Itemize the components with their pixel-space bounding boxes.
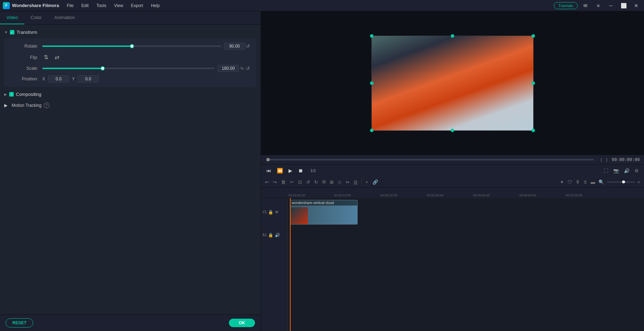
playback-controls: ⏮ ⏪ ▶ ⏹ 1/2 ⛶ 📷 🔊 ⚙ [261,164,644,177]
app-title: Wondershare Filmora [12,3,59,8]
redo-tool[interactable]: ↪ [272,178,278,186]
tab-color[interactable]: Color [24,11,48,24]
scale-slider[interactable] [42,68,215,69]
undo-tool[interactable]: ↩ [264,178,270,186]
stop-button[interactable]: ⏹ [297,167,304,174]
rotate-reset-button[interactable]: ↺ [245,43,251,50]
transform-title: Transform [17,30,37,35]
zoom-slider[interactable] [607,182,635,183]
titlebar-right: Tutorials ✉ ≡ ─ ⬜ ✕ [554,1,641,11]
scale-input[interactable]: 160.00 [218,65,239,72]
rewind-button[interactable]: ⏮ [265,167,272,174]
minimize-button[interactable]: ─ [606,1,616,11]
progress-indicator [266,158,270,161]
scale-reset-button[interactable]: ↺ [245,65,251,72]
reset-button[interactable]: RESET [6,318,33,327]
video-clip[interactable]: wondershare-vertical cloud [290,200,358,225]
cut-tool[interactable]: ✂ [289,178,295,186]
rotate-left-tool[interactable]: ↺ [305,178,311,186]
handle-mid-left[interactable] [370,81,373,85]
shield-icon[interactable]: 🛡 [566,178,573,186]
rotate-input[interactable]: 90.00 [224,43,245,50]
play-button[interactable]: ▶ [287,167,293,174]
menu-help[interactable]: Help [147,2,163,10]
ruler-mark-1: 00:00:10:00 [334,194,351,197]
flip-horizontal-button[interactable]: ⇅ [42,53,50,61]
pos-y-input[interactable]: 0.0 [78,75,99,82]
audio-track-lock[interactable]: 🔒 [268,233,273,238]
handle-mid-right[interactable] [531,81,535,85]
transition-icon[interactable]: ⧖ [583,178,588,186]
expand-tool[interactable]: ⊞ [329,178,335,186]
crop-tool[interactable]: ⊡ [297,178,303,186]
fit-tool[interactable]: ⧉ [321,178,327,186]
menu-bar: File Edit Tools View Export Help [63,2,163,10]
menu-export[interactable]: Export [127,2,147,10]
compositing-collapse-arrow: ▶ [4,92,7,96]
link-tool[interactable]: 🔗 [371,178,379,186]
tab-video[interactable]: Video [0,11,24,24]
video-track-controls: V1 🔒 👁 [261,198,287,226]
flip-vertical-button[interactable]: ⇄ [53,53,61,61]
add-track-button[interactable]: + [364,178,369,186]
video-track-visibility[interactable]: 👁 [275,210,279,215]
rotate-slider[interactable] [42,45,221,47]
menu-file[interactable]: File [63,2,77,10]
align-tool[interactable]: ⇔ [345,178,351,186]
prev-frame-button[interactable]: ⏪ [276,167,284,174]
menu-tools[interactable]: Tools [93,2,110,10]
handle-bottom-mid[interactable] [451,129,454,132]
zoom-effects-icon[interactable]: ✦ [559,178,565,186]
audio-icon[interactable]: 🔊 [623,167,631,174]
caption-icon[interactable]: ▬ [589,178,596,186]
diamond-tool[interactable]: ◇ [337,178,342,186]
mic-icon[interactable]: 🎙 [575,178,581,186]
rotate-right-tool[interactable]: ↻ [313,178,319,186]
audio-track-visibility[interactable]: 🔊 [275,233,280,238]
motion-tracking-section-header[interactable]: ▶ Motion Tracking ? [0,100,261,110]
handle-bottom-left[interactable] [370,129,373,132]
restore-button[interactable]: ⬜ [619,1,628,11]
transform-section-header[interactable]: ▼ ✓ Transform [0,27,261,37]
zoom-in-icon[interactable]: + [636,178,641,186]
ruler-mark-2: 00:00:20:00 [381,194,397,197]
logo-icon: F [3,2,10,9]
compositing-checkbox[interactable]: ✓ [9,92,14,97]
compositing-section-header[interactable]: ▶ ✓ Compositing [0,90,261,99]
zoom-out-icon[interactable]: 🔍 [597,178,605,186]
timeline-body: V1 🔒 👁 A1 🔒 🔊 [261,198,644,331]
rotate-slider-thumb[interactable] [130,44,134,48]
transform-collapse-arrow: ▼ [4,30,8,34]
handle-top-left[interactable] [370,34,373,38]
motion-tracking-title: Motion Tracking [12,103,42,108]
pos-x-input[interactable]: 0.0 [48,75,69,82]
scale-slider-thumb[interactable] [101,66,105,71]
handle-top-right[interactable] [531,34,535,38]
position-row: Position: X 0.0 Y 0.0 [10,75,251,82]
menu-view[interactable]: View [110,2,127,10]
transform-checkbox[interactable]: ✓ [10,30,14,35]
rotate-slider-fill [42,45,132,47]
tab-animation[interactable]: Animation [48,11,81,24]
tutorials-button[interactable]: Tutorials [554,2,578,9]
ruler-mark-5: 00:00:50:00 [520,194,536,197]
mail-icon[interactable]: ✉ [581,1,590,11]
close-button[interactable]: ✕ [631,1,641,11]
settings-icon[interactable]: ⚙ [633,167,640,174]
titlebar-left: F Wondershare Filmora File Edit Tools Vi… [3,2,163,10]
audio-tool[interactable]: ||| [353,178,358,186]
video-track-lock[interactable]: 🔒 [268,210,273,215]
track-list: V1 🔒 👁 A1 🔒 🔊 [261,198,288,331]
menu-icon[interactable]: ≡ [593,1,603,11]
fullscreen-icon[interactable]: ⛶ [603,167,609,174]
menu-edit[interactable]: Edit [78,2,92,10]
compositing-title: Compositing [16,92,41,97]
handle-top-mid[interactable] [451,34,454,38]
motion-tracking-help-icon[interactable]: ? [44,103,49,108]
screenshot-icon[interactable]: 📷 [612,167,620,174]
page-indicator: 1/2 [310,168,316,173]
progress-bar[interactable] [268,159,594,160]
ok-button[interactable]: OK [229,319,255,327]
delete-tool[interactable]: 🗑 [280,178,287,186]
handle-bottom-right[interactable] [531,129,535,132]
